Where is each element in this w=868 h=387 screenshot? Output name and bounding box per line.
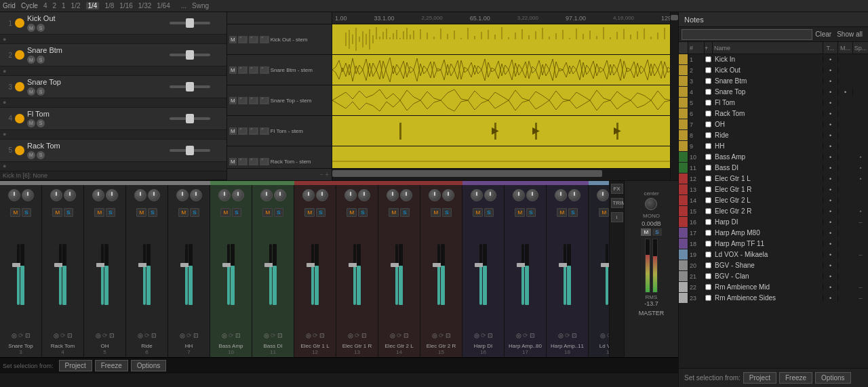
- track-check-14[interactable]: [705, 197, 711, 203]
- mute-harp-amp11[interactable]: M: [557, 208, 567, 217]
- solo-btn-2[interactable]: S: [37, 56, 45, 64]
- val-32[interactable]: 1/32: [138, 2, 151, 9]
- master-knob[interactable]: [645, 198, 657, 210]
- table-row-9[interactable]: 9HH•: [679, 141, 868, 152]
- scrollbar-thumb[interactable]: [332, 170, 602, 177]
- footer-project-btn[interactable]: Project: [743, 372, 776, 384]
- swing-val[interactable]: Swng: [192, 2, 209, 9]
- solo-elec-gtr-1r[interactable]: S: [358, 208, 367, 217]
- track-check-2[interactable]: [705, 67, 711, 73]
- table-row-6[interactable]: 6Rack Tom•: [679, 108, 868, 119]
- table-row-11[interactable]: 11Bass DI••: [679, 163, 868, 174]
- solo-btn-5[interactable]: S: [37, 151, 45, 159]
- waveform-2[interactable]: /* dense waveform - will be rendered inl…: [332, 55, 670, 85]
- table-row-2[interactable]: 2Kick Out•: [679, 65, 868, 76]
- clear-button[interactable]: Clear: [812, 29, 834, 39]
- solo-harp-amp80[interactable]: S: [526, 208, 535, 217]
- track-check-6[interactable]: [705, 110, 711, 117]
- knob-snare-top-2[interactable]: [22, 189, 34, 201]
- table-row-12[interactable]: 12Elec Gtr 1 L••: [679, 174, 868, 184]
- track-check-16[interactable]: [705, 219, 711, 225]
- mute-btn-4[interactable]: M: [27, 119, 35, 127]
- solo-bass-di[interactable]: S: [274, 208, 283, 217]
- solo-harp-amp11[interactable]: S: [568, 208, 577, 217]
- waveform-1[interactable]: [332, 24, 670, 54]
- track-check-12[interactable]: [705, 176, 711, 182]
- plus-col-header[interactable]: +: [705, 42, 713, 54]
- footer-freeze-btn[interactable]: Freeze: [779, 372, 812, 384]
- track-check-1[interactable]: [705, 56, 711, 62]
- track-fader-3[interactable]: [170, 85, 210, 88]
- val-2[interactable]: 2: [52, 2, 56, 9]
- mute-hh[interactable]: M: [178, 208, 189, 217]
- table-row-1[interactable]: 1Kick In•: [679, 54, 868, 65]
- tc-mute-4[interactable]: M: [229, 127, 237, 135]
- val-half[interactable]: 1/2: [71, 2, 81, 9]
- mute-oh[interactable]: M: [94, 208, 104, 217]
- solo-elec-gtr-2l[interactable]: S: [400, 208, 409, 217]
- table-row-20[interactable]: 20BGV - Shane•: [679, 260, 868, 271]
- solo-btn-4[interactable]: S: [37, 119, 45, 127]
- track-fader-thumb-1[interactable]: [186, 18, 194, 28]
- mute-ride[interactable]: M: [136, 208, 146, 217]
- track-power-1[interactable]: [15, 18, 24, 28]
- mute-btn-5[interactable]: M: [27, 151, 35, 159]
- track-power-2[interactable]: [15, 50, 24, 60]
- master-s-btn[interactable]: S: [652, 228, 661, 236]
- tc-mute-5[interactable]: M: [229, 158, 237, 165]
- table-row-10[interactable]: 10Bass Amp••: [679, 152, 868, 163]
- table-row-23[interactable]: 23Rm Ambience Sides•–: [679, 293, 868, 304]
- table-row-5[interactable]: 5Fl Tom•: [679, 98, 868, 108]
- track-check-15[interactable]: [705, 208, 711, 214]
- solo-oh[interactable]: S: [106, 208, 115, 217]
- track-check-22[interactable]: [705, 284, 711, 290]
- track-power-4[interactable]: [15, 114, 24, 123]
- track-check-8[interactable]: [705, 132, 711, 138]
- arr-zoom-minus[interactable]: −: [319, 171, 323, 178]
- solo-elec-gtr-2r[interactable]: S: [442, 208, 451, 217]
- mute-ld-vox[interactable]: M: [599, 208, 609, 217]
- track-check-9[interactable]: [705, 143, 711, 149]
- info-button[interactable]: i: [611, 212, 623, 222]
- search-input[interactable]: [682, 29, 812, 40]
- solo-snare-top[interactable]: S: [22, 208, 31, 217]
- track-check-23[interactable]: [705, 295, 711, 301]
- freeze-button[interactable]: Freeze: [95, 360, 128, 371]
- track-fader-thumb-2[interactable]: [186, 50, 194, 60]
- waveform-5[interactable]: [332, 146, 670, 168]
- track-fader-4[interactable]: [170, 117, 210, 120]
- mute-snare-top[interactable]: M: [10, 208, 20, 217]
- knob-rack-tom-2[interactable]: [64, 189, 76, 201]
- table-row-22[interactable]: 22Rm Ambience Mid•–: [679, 282, 868, 293]
- trim-button[interactable]: TRIM: [611, 198, 623, 208]
- tc-mute-2[interactable]: M: [229, 66, 237, 74]
- track-power-5[interactable]: [15, 146, 24, 155]
- ch-vol-icon-1[interactable]: ◎: [12, 332, 17, 339]
- master-m-btn[interactable]: M: [641, 228, 651, 236]
- track-check-20[interactable]: [705, 262, 711, 268]
- track-check-13[interactable]: [705, 186, 711, 192]
- knob-bass-amp-2[interactable]: [232, 189, 244, 201]
- track-fader-5[interactable]: [170, 149, 210, 152]
- track-check-17[interactable]: [705, 230, 711, 236]
- track-fader-thumb-5[interactable]: [186, 146, 194, 155]
- track-check-7[interactable]: [705, 121, 711, 127]
- track-check-3[interactable]: [705, 78, 711, 84]
- mute-harp-di[interactable]: M: [473, 208, 483, 217]
- ch-fx-icon-1[interactable]: ⟳: [18, 332, 24, 339]
- val-1[interactable]: 1: [62, 2, 66, 9]
- arrange-scrollbar[interactable]: [332, 169, 670, 180]
- val-sixteenth[interactable]: 1/16: [119, 2, 132, 9]
- track-fader-2[interactable]: [170, 54, 210, 56]
- table-row-21[interactable]: 21BGV - Clan•: [679, 271, 868, 282]
- solo-ride[interactable]: S: [148, 208, 157, 217]
- ch-send-icon-1[interactable]: ⊡: [25, 332, 31, 339]
- show-all-button[interactable]: Show all: [834, 29, 865, 39]
- arrange-vscroll[interactable]: [670, 12, 678, 180]
- mute-elec-gtr-1r[interactable]: M: [347, 208, 357, 217]
- mute-elec-gtr-1l[interactable]: M: [304, 208, 315, 217]
- waveform-3[interactable]: [332, 85, 670, 115]
- mute-bass-amp[interactable]: M: [220, 208, 231, 217]
- track-check-11[interactable]: [705, 165, 711, 171]
- fx-button[interactable]: FX: [611, 184, 623, 194]
